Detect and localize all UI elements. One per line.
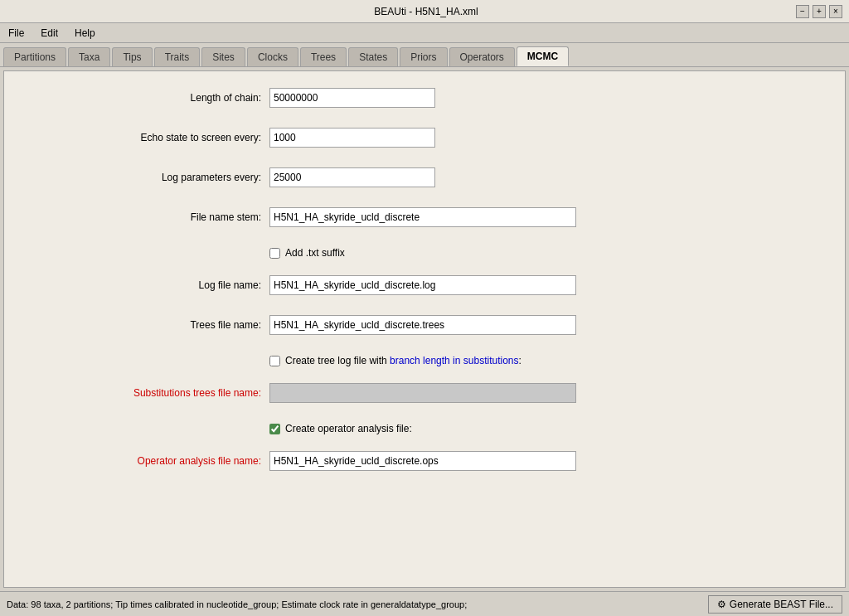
generate-btn-label: Generate BEAST File... (730, 599, 833, 610)
log-parameters-row: Log parameters every: (21, 167, 828, 187)
add-txt-suffix-checkbox[interactable] (269, 248, 280, 259)
echo-state-label: Echo state to screen every: (21, 132, 269, 143)
file-name-stem-input[interactable] (269, 207, 576, 227)
tab-states[interactable]: States (348, 47, 398, 66)
tab-traits[interactable]: Traits (154, 47, 201, 66)
substitutions-trees-file-name-row: Substitutions trees file name: (21, 383, 828, 403)
file-name-stem-label: File name stem: (21, 211, 269, 223)
tab-operators[interactable]: Operators (449, 47, 515, 66)
create-operator-analysis-row: Create operator analysis file: (21, 423, 828, 434)
title-bar-text: BEAUti - H5N1_HA.xml (56, 6, 796, 17)
maximize-button[interactable]: + (813, 5, 826, 18)
operator-analysis-file-name-input[interactable] (269, 451, 576, 471)
substitutions-trees-file-name-label: Substitutions trees file name: (21, 387, 269, 399)
create-operator-analysis-checkbox[interactable] (269, 424, 280, 434)
tab-clocks[interactable]: Clocks (247, 47, 298, 66)
menu-help[interactable]: Help (70, 26, 100, 41)
operator-analysis-file-name-label: Operator analysis file name: (21, 455, 269, 467)
status-text: Data: 98 taxa, 2 partitions; Tip times c… (7, 599, 467, 609)
add-txt-suffix-row: Add .txt suffix (21, 247, 828, 259)
create-tree-log-label: Create tree log file with branch length … (285, 355, 522, 366)
log-parameters-input[interactable] (269, 167, 435, 187)
tab-bar: Partitions Taxa Tips Traits Sites Clocks… (0, 43, 849, 67)
length-of-chain-row: Length of chain: (21, 88, 828, 108)
close-button[interactable]: × (829, 5, 842, 18)
title-bar: BEAUti - H5N1_HA.xml − + × (0, 0, 849, 23)
menu-file[interactable]: File (3, 26, 29, 41)
length-of-chain-input[interactable] (269, 88, 435, 108)
main-area: Length of chain: Echo state to screen ev… (0, 67, 849, 591)
log-file-name-label: Log file name: (21, 279, 269, 291)
tab-mcmc[interactable]: MCMC (517, 46, 569, 66)
status-bar: Data: 98 taxa, 2 partitions; Tip times c… (0, 591, 849, 616)
generate-beast-file-button[interactable]: ⚙ Generate BEAST File... (708, 595, 842, 614)
tab-priors[interactable]: Priors (400, 47, 447, 66)
create-tree-log-blue-text: branch length in substitutions (390, 355, 518, 366)
tab-taxa[interactable]: Taxa (68, 47, 110, 66)
create-tree-log-checkbox[interactable] (269, 356, 280, 366)
tab-trees[interactable]: Trees (300, 47, 347, 66)
add-txt-suffix-label: Add .txt suffix (285, 247, 345, 259)
log-file-name-input[interactable] (269, 275, 576, 295)
gear-icon: ⚙ (717, 599, 726, 610)
length-of-chain-label: Length of chain: (21, 92, 269, 104)
log-parameters-label: Log parameters every: (21, 172, 269, 183)
substitutions-trees-file-name-input (269, 383, 576, 403)
content-panel: Length of chain: Echo state to screen ev… (3, 70, 846, 588)
echo-state-row: Echo state to screen every: (21, 128, 828, 148)
tab-partitions[interactable]: Partitions (3, 47, 66, 66)
echo-state-input[interactable] (269, 128, 435, 148)
trees-file-name-row: Trees file name: (21, 315, 828, 335)
tab-tips[interactable]: Tips (112, 47, 152, 66)
create-operator-analysis-label: Create operator analysis file: (285, 423, 412, 434)
trees-file-name-input[interactable] (269, 315, 576, 335)
title-bar-buttons: − + × (796, 5, 842, 18)
minimize-button[interactable]: − (796, 5, 809, 18)
operator-analysis-file-name-row: Operator analysis file name: (21, 451, 828, 471)
trees-file-name-label: Trees file name: (21, 319, 269, 331)
menu-bar: File Edit Help (0, 23, 849, 43)
menu-edit[interactable]: Edit (36, 26, 63, 41)
log-file-name-row: Log file name: (21, 275, 828, 295)
content-inner: Length of chain: Echo state to screen ev… (4, 71, 845, 507)
tab-sites[interactable]: Sites (201, 47, 245, 66)
create-tree-log-row: Create tree log file with branch length … (21, 355, 828, 366)
file-name-stem-row: File name stem: (21, 207, 828, 227)
